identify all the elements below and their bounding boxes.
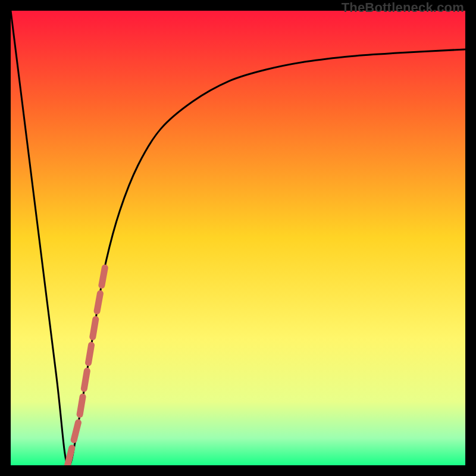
watermark-text: TheBottleneck.com	[342, 0, 464, 15]
chart-frame	[11, 11, 465, 465]
chart-svg	[11, 11, 465, 465]
highlight-dash	[68, 261, 107, 465]
bottleneck-curve	[11, 11, 465, 465]
